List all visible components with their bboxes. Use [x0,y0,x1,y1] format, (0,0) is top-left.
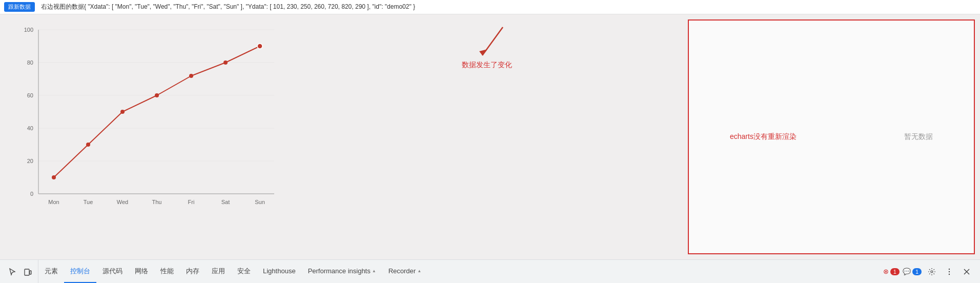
right-chart-container: echarts没有重新渲染 暂无数据 [688,19,975,254]
tab-lighthouse[interactable]: Lighthouse [257,260,302,283]
main-content: 100 80 60 40 20 0 Mon Tue Wed Thu Fri Sa… [0,14,980,259]
svg-point-23 [86,143,90,147]
svg-text:Tue: Tue [84,199,93,205]
svg-point-26 [189,74,193,78]
tab-elements[interactable]: 元素 [38,260,64,283]
svg-text:80: 80 [27,59,33,66]
tab-performance[interactable]: 性能 [154,260,180,283]
tab-security[interactable]: 安全 [231,260,257,283]
svg-rect-32 [30,271,31,274]
data-info-text: 右边视图的数据{ "Xdata": [ "Mon", "Tue", "Wed",… [41,3,415,11]
annotation-text: 数据发生了变化 [462,60,512,70]
warning-badge[interactable]: 💬 1 [903,268,922,275]
more-options-button[interactable] [942,265,956,279]
center-annotation: 数据发生了变化 [297,14,688,259]
svg-text:100: 100 [24,27,33,33]
devtools-bar: 元素 控制台 源代码 网络 性能 内存 应用 安全 Lighthouse Per… [0,259,980,283]
tab-network[interactable]: 网络 [129,260,154,283]
svg-point-22 [52,175,56,179]
svg-text:Fri: Fri [188,199,195,205]
svg-text:Thu: Thu [152,199,162,205]
svg-text:Sun: Sun [255,199,265,205]
svg-point-35 [949,271,950,272]
tab-memory[interactable]: 内存 [180,260,206,283]
error-badge[interactable]: ⊗ 1 [883,268,900,275]
svg-text:20: 20 [27,158,33,164]
svg-point-25 [155,93,159,97]
tab-console[interactable]: 控制台 [64,260,96,283]
devtools-icon-group [2,260,38,283]
no-data-label: 暂无数据 [904,132,933,141]
svg-rect-0 [38,30,274,194]
svg-point-36 [949,273,950,274]
warning-count: 1 [912,268,922,275]
settings-button[interactable] [925,265,939,279]
devtools-right-group: ⊗ 1 💬 1 [879,265,978,279]
svg-point-28 [257,44,262,49]
left-chart-svg: 100 80 60 40 20 0 Mon Tue Wed Thu Fri Sa… [10,25,282,209]
devtools-tabs: 元素 控制台 源代码 网络 性能 内存 应用 安全 Lighthouse Per… [38,260,879,283]
device-emulation-button[interactable] [21,265,35,279]
top-bar: 跟新数据 右边视图的数据{ "Xdata": [ "Mon", "Tue", "… [0,0,980,14]
error-count: 1 [890,268,900,275]
tab-recorder[interactable]: Recorder [382,260,427,283]
svg-text:Wed: Wed [117,199,128,205]
svg-text:40: 40 [27,125,33,131]
svg-text:0: 0 [30,191,33,197]
svg-point-33 [931,271,933,273]
tab-application[interactable]: 应用 [206,260,231,283]
refresh-button[interactable]: 跟新数据 [4,2,35,12]
svg-text:60: 60 [27,92,33,98]
svg-point-24 [120,110,125,114]
svg-rect-31 [25,269,29,275]
tab-sources[interactable]: 源代码 [96,260,129,283]
annotation-arrow-svg [472,25,513,66]
left-chart-container: 100 80 60 40 20 0 Mon Tue Wed Thu Fri Sa… [0,14,297,259]
echarts-no-render-label: echarts没有重新渲染 [730,132,797,141]
cursor-icon-button[interactable] [5,265,19,279]
svg-text:Mon: Mon [48,199,59,205]
tab-performance-insights[interactable]: Performance insights [302,260,382,283]
svg-point-34 [949,268,950,269]
close-devtools-button[interactable] [959,265,974,279]
svg-point-27 [223,60,228,65]
svg-text:Sat: Sat [221,199,230,205]
